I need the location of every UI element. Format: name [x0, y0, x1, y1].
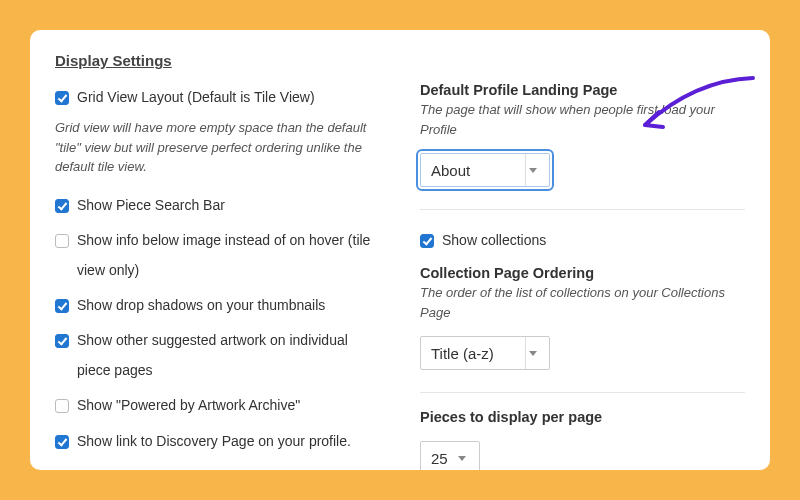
- option-grid-view: Grid View Layout (Default is Tile View): [55, 83, 380, 112]
- left-column: Display Settings Grid View Layout (Defau…: [55, 52, 380, 470]
- option-powered-by: Show "Powered by Artwork Archive": [55, 391, 380, 420]
- option-suggested-artwork: Show other suggested artwork on individu…: [55, 326, 380, 385]
- right-column: Default Profile Landing Page The page th…: [420, 52, 745, 470]
- chevron-down-icon: [525, 337, 539, 369]
- landing-page-value: About: [431, 162, 515, 179]
- suggested-artwork-checkbox[interactable]: [55, 334, 69, 348]
- landing-page-select[interactable]: About: [420, 153, 550, 187]
- landing-page-description: The page that will show when people firs…: [420, 100, 745, 139]
- ordering-select[interactable]: Title (a-z): [420, 336, 550, 370]
- landing-page-heading: Default Profile Landing Page: [420, 82, 745, 98]
- discovery-link-label: Show link to Discovery Page on your prof…: [77, 427, 351, 456]
- ordering-heading: Collection Page Ordering: [420, 265, 745, 281]
- option-drop-shadows: Show drop shadows on your thumbnails: [55, 291, 380, 320]
- powered-by-checkbox[interactable]: [55, 399, 69, 413]
- suggested-artwork-label: Show other suggested artwork on individu…: [77, 326, 380, 385]
- chevron-down-icon: [525, 154, 539, 186]
- option-search-bar: Show Piece Search Bar: [55, 191, 380, 220]
- powered-by-label: Show "Powered by Artwork Archive": [77, 391, 300, 420]
- grid-view-description: Grid view will have more empty space tha…: [55, 118, 380, 177]
- discovery-link-checkbox[interactable]: [55, 435, 69, 449]
- chevron-down-icon: [455, 442, 469, 470]
- show-collections-label: Show collections: [442, 226, 546, 255]
- per-page-select[interactable]: 25: [420, 441, 480, 470]
- info-below-checkbox[interactable]: [55, 234, 69, 248]
- option-info-below: Show info below image instead of on hove…: [55, 226, 380, 285]
- option-show-collections: Show collections: [420, 226, 745, 255]
- show-collections-checkbox[interactable]: [420, 234, 434, 248]
- info-below-label: Show info below image instead of on hove…: [77, 226, 380, 285]
- settings-panel: Display Settings Grid View Layout (Defau…: [30, 30, 770, 470]
- ordering-description: The order of the list of collections on …: [420, 283, 745, 322]
- drop-shadows-label: Show drop shadows on your thumbnails: [77, 291, 325, 320]
- divider: [420, 209, 745, 210]
- option-discovery-link: Show link to Discovery Page on your prof…: [55, 427, 380, 456]
- per-page-value: 25: [431, 450, 451, 467]
- grid-view-checkbox[interactable]: [55, 91, 69, 105]
- search-bar-label: Show Piece Search Bar: [77, 191, 225, 220]
- search-bar-checkbox[interactable]: [55, 199, 69, 213]
- drop-shadows-checkbox[interactable]: [55, 299, 69, 313]
- section-title: Display Settings: [55, 52, 380, 69]
- per-page-heading: Pieces to display per page: [420, 409, 745, 425]
- grid-view-label: Grid View Layout (Default is Tile View): [77, 83, 315, 112]
- divider: [420, 392, 745, 393]
- ordering-value: Title (a-z): [431, 345, 515, 362]
